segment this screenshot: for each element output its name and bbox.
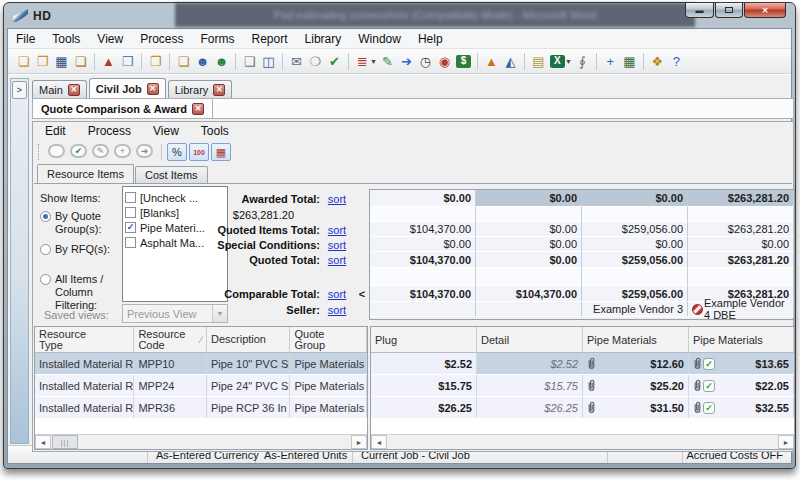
cell-pipe-materials-1[interactable]: $31.50 (583, 397, 689, 418)
cell-pipe-materials-2[interactable]: ✓$22.05 (689, 375, 794, 396)
cell-resource-code[interactable]: MPR36 (134, 397, 207, 418)
calculator-icon[interactable]: ▦ (620, 53, 639, 70)
radio-icon[interactable] (40, 274, 51, 285)
table-row[interactable]: Installed Material RateMPP24Pipe 24" PVC… (35, 375, 367, 397)
column-header-quote-group[interactable]: QuoteGroup (290, 327, 367, 352)
toolbox-icon[interactable]: ❖ (648, 53, 667, 70)
pyramid-icon[interactable]: ▲ (99, 53, 118, 70)
radio-by-quote-group-s[interactable]: By Quote Group(s): (40, 210, 122, 236)
cell-resource-type[interactable]: Installed Material Rate (35, 375, 134, 396)
paperclip-icon[interactable]: ∮ (573, 53, 592, 70)
cell-description[interactable]: Pipe RCP 36 In (207, 397, 291, 418)
scroll-right-icon[interactable]: ► (351, 435, 367, 449)
tab-quote-comparison-award[interactable]: Quote Comparison & Award ✕ (33, 99, 213, 118)
mountain-chart-icon[interactable]: ▲ (482, 53, 501, 70)
menu-report[interactable]: Report (252, 32, 288, 46)
panel-menu-view[interactable]: View (153, 124, 179, 138)
sort-link[interactable]: sort (328, 239, 346, 251)
send-quote-icon[interactable]: ➜ (136, 144, 153, 158)
cell-detail[interactable]: $15.75 (477, 375, 583, 396)
monitor-clock-icon[interactable]: ◷ (416, 53, 435, 70)
new-estimate-icon[interactable]: ❏ (14, 53, 33, 70)
column-header-description[interactable]: Description (207, 327, 291, 352)
add-item-icon[interactable]: + (601, 53, 620, 70)
cell-pipe-materials-2[interactable]: ✓$13.65 (689, 353, 794, 374)
folder-edit-icon[interactable]: ❐ (146, 53, 165, 70)
tab-close-icon[interactable]: ✕ (213, 84, 225, 96)
column-header-resource-code[interactable]: ResourceCode∕ (134, 327, 207, 352)
excel-icon[interactable]: X (550, 55, 565, 68)
compass-icon[interactable]: ◭ (501, 53, 520, 70)
menu-tools[interactable]: Tools (52, 32, 80, 46)
cell-resource-type[interactable]: Installed Material Rate (35, 353, 134, 374)
maximize-button[interactable] (715, 3, 743, 18)
close-estimate-icon[interactable]: ❏ (71, 53, 90, 70)
scroll-left-icon[interactable]: ◄ (35, 435, 51, 449)
cell-description[interactable]: Pipe 10" PVC SD... (207, 353, 291, 374)
radio-by-rfq-s[interactable]: By RFQ(s): (40, 243, 122, 256)
collapsed-sidebar[interactable]: > (10, 78, 29, 444)
table-row[interactable]: Installed Material RateMPP10Pipe 10" PVC… (35, 353, 367, 375)
cell-pipe-materials-1[interactable]: $12.60 (583, 353, 689, 374)
cell-pipe-materials-1[interactable]: $25.20 (583, 375, 689, 396)
checkbox-icon[interactable]: ✓ (125, 222, 136, 233)
grid-view-icon[interactable]: ▦ (211, 143, 231, 161)
cell-description[interactable]: Pipe 24" PVC SD... (207, 375, 291, 396)
tab-resource-items[interactable]: Resource Items (37, 164, 134, 183)
tab-library[interactable]: Library✕ (168, 80, 233, 98)
panel-menu-edit[interactable]: Edit (45, 124, 66, 138)
comment-icon[interactable]: ❍ (306, 53, 325, 70)
cell-plug[interactable]: $15.75 (371, 375, 477, 396)
title-bar[interactable]: HD Pad estimating screenshots (Compatibi… (7, 3, 792, 28)
add-quote-icon[interactable]: + (114, 144, 131, 158)
user-money-icon[interactable]: ☻ (212, 53, 231, 70)
cell-detail[interactable]: $2.52 (477, 353, 583, 374)
user-settings-icon[interactable]: ☻ (193, 53, 212, 70)
open-estimate-icon[interactable]: ❐ (33, 53, 52, 70)
panel-menu-tools[interactable]: Tools (201, 124, 229, 138)
menu-process[interactable]: Process (140, 32, 183, 46)
scroll-left-icon[interactable]: ◄ (371, 435, 387, 449)
comment-check-icon[interactable]: ✔ (325, 53, 344, 70)
toolbar-grip[interactable] (38, 144, 41, 160)
cell-resource-code[interactable]: MPP24 (134, 375, 207, 396)
crew-folder-icon[interactable]: ❏ (174, 53, 193, 70)
sidebar-expand-button[interactable]: > (12, 81, 27, 99)
column-header-resource-type[interactable]: ResourceType (35, 327, 134, 352)
table-row[interactable]: $15.75$15.75$25.20✓$22.05 (371, 375, 794, 397)
scroll-right-icon[interactable]: ► (778, 435, 794, 449)
scroll-track[interactable] (387, 435, 778, 449)
tab-close-icon[interactable]: ✕ (147, 83, 159, 95)
tab-civil-job[interactable]: Civil Job✕ (89, 78, 166, 98)
radio-all-items-column-filtering[interactable]: All Items / Column Filtering: (40, 273, 122, 312)
minimize-button[interactable]: ▬ (685, 3, 714, 18)
menu-library[interactable]: Library (305, 32, 342, 46)
radio-icon[interactable] (40, 211, 51, 222)
award-quote-icon[interactable] (48, 144, 65, 158)
chart-zoom-icon[interactable]: ◉ (435, 53, 454, 70)
edit-quote-icon[interactable]: ✎ (92, 144, 109, 158)
table-row[interactable]: $2.52$2.52$12.60✓$13.65 (371, 353, 794, 375)
close-button[interactable]: ✕ (744, 3, 786, 18)
radio-icon[interactable] (40, 244, 51, 255)
tab-close-icon[interactable]: ✕ (192, 103, 204, 115)
sort-link[interactable]: sort (328, 254, 346, 266)
chart-edit-icon[interactable]: ✎ (378, 53, 397, 70)
money-icon[interactable]: $ (456, 55, 471, 68)
column-header-pipe-materials-2[interactable]: Pipe Materials (583, 327, 689, 352)
approve-quote-icon[interactable]: ✔ (70, 144, 87, 158)
quote-grid-hscrollbar[interactable]: ◄ ► (371, 434, 794, 449)
menu-view[interactable]: View (97, 32, 123, 46)
document-icon[interactable]: ❑ (240, 53, 259, 70)
menu-file[interactable]: File (16, 32, 35, 46)
checkbox-icon[interactable] (125, 237, 136, 248)
unit-100-icon[interactable]: 100 (189, 143, 209, 161)
email-icon[interactable]: ✉ (287, 53, 306, 70)
checkbox-icon[interactable] (125, 192, 136, 203)
sort-link[interactable]: sort (328, 288, 346, 300)
table-row[interactable]: $26.25$26.25$31.50✓$32.55 (371, 397, 794, 419)
scroll-track[interactable] (78, 435, 351, 449)
column-header-plug-0[interactable]: Plug (371, 327, 477, 352)
tab-main[interactable]: Main✕ (32, 80, 87, 98)
menu-forms[interactable]: Forms (201, 32, 235, 46)
